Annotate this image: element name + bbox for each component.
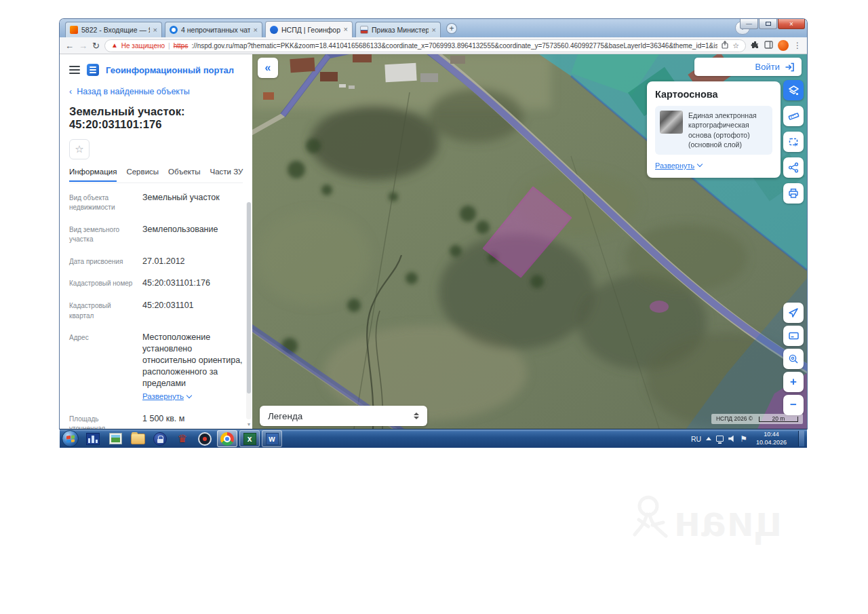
legend-bar[interactable]: Легенда	[260, 406, 427, 426]
chrome-icon	[220, 432, 234, 446]
browser-tab-3-active[interactable]: НСПД | Геоинформационный п ×	[265, 21, 353, 37]
address-expand-link[interactable]: Развернуть	[142, 391, 191, 402]
desktop-screenshot: 5822 - Входящие — Яндекс По × 4 непрочит…	[60, 19, 807, 448]
layers-edit-button[interactable]	[783, 80, 804, 100]
sidebar-collapse-button[interactable]: «	[258, 58, 278, 78]
window-controls: — ×	[739, 19, 805, 29]
clock[interactable]: 10:44 10.04.2026	[752, 431, 791, 446]
back-icon[interactable]: ←	[65, 41, 74, 50]
tab-close-icon[interactable]: ×	[344, 26, 348, 33]
favorite-star-button[interactable]: ☆	[69, 139, 90, 159]
print-button[interactable]	[783, 183, 804, 204]
taskbar-excel[interactable]: x	[239, 430, 260, 447]
basemap-expand-link[interactable]: Развернуть	[655, 161, 702, 170]
basemap-title: Картооснова	[655, 89, 772, 100]
field-value: 27.01.2012	[142, 256, 243, 267]
taskbar-explorer[interactable]	[127, 430, 148, 447]
address-bar[interactable]: ▲ Не защищено | https ://nspd.gov.ru/map…	[104, 39, 746, 52]
share-icon	[788, 162, 799, 173]
taskbar-word[interactable]: w	[262, 430, 282, 447]
expand-label: Развернуть	[142, 391, 184, 402]
crown-app-icon: ♛	[178, 434, 187, 444]
parcel-info-sidebar: Геоинформационный портал ‹ Назад в найде…	[60, 54, 252, 429]
map-tools-top	[783, 80, 804, 204]
search-coordinates-button[interactable]	[783, 349, 804, 369]
tab-objects[interactable]: Объекты	[168, 168, 200, 182]
menu-hamburger-icon[interactable]	[69, 66, 80, 74]
login-arrow-icon	[785, 62, 795, 72]
expand-collapse-icon	[414, 412, 419, 419]
scrollbar-down-arrow[interactable]: ▼	[245, 421, 252, 429]
field-label: Кадастровый квартал	[69, 300, 134, 321]
taskbar-image-app[interactable]	[105, 430, 125, 447]
tab-title: Приказ Министерства строите	[372, 26, 429, 34]
field-value: 45:20:031101:176	[142, 277, 243, 289]
forward-icon[interactable]: →	[79, 41, 87, 50]
hidden-icons-arrow[interactable]	[706, 437, 711, 440]
security-warning-text: Не защищено	[121, 42, 165, 50]
tab-parcel-parts[interactable]: Части ЗУ	[210, 168, 243, 182]
field-value: Местоположение установлено относительно …	[142, 332, 243, 402]
tab-title: 4 непрочитанных чата	[181, 26, 250, 34]
tray-date: 10.04.2026	[756, 439, 787, 446]
new-tab-button[interactable]: +	[446, 23, 457, 34]
tab-close-icon[interactable]: ×	[254, 26, 258, 34]
extensions-puzzle-icon[interactable]	[751, 41, 760, 51]
field-label: Дата присвоения	[69, 256, 134, 267]
zoom-in-button[interactable]: +	[783, 372, 804, 392]
taskbar-lock-app[interactable]	[150, 430, 170, 447]
address-text: Местоположение установлено относительно …	[142, 332, 243, 388]
browser-tab-2[interactable]: 4 непрочитанных чата ×	[165, 22, 262, 37]
share-map-button[interactable]	[783, 157, 804, 178]
map-viewport[interactable]: « Войти Картооснова Единая э	[252, 54, 807, 429]
legend-label: Легенда	[268, 411, 302, 421]
show-desktop-button[interactable]	[798, 431, 804, 446]
tab-close-icon[interactable]: ×	[432, 26, 436, 34]
tab-close-icon[interactable]: ×	[153, 26, 157, 34]
taskbar-crown-app[interactable]: ♛	[172, 430, 193, 447]
bookmark-star-icon[interactable]: ☆	[732, 41, 739, 50]
side-panel-icon[interactable]	[764, 41, 773, 50]
basemap-panel: Картооснова Единая электронная картограф…	[647, 81, 781, 178]
browser-tab-1[interactable]: 5822 - Входящие — Яндекс По ×	[65, 22, 162, 37]
restore-button[interactable]	[759, 19, 777, 29]
taskbar-chrome[interactable]	[217, 430, 237, 447]
share-icon[interactable]	[721, 41, 729, 50]
chat-favicon	[170, 26, 178, 34]
browser-tab-4[interactable]: Приказ Министерства строите ×	[355, 22, 441, 37]
minimize-button[interactable]: —	[740, 19, 758, 29]
back-to-results-link[interactable]: ‹ Назад в найденные объекты	[69, 87, 243, 96]
chevron-down-icon	[186, 393, 192, 398]
map-attribution: НСПД 2026 © 20 m	[711, 414, 803, 424]
geolocation-icon	[788, 307, 799, 318]
minimap-button[interactable]	[783, 326, 804, 346]
field-label: Кадастровый номер	[69, 277, 134, 289]
profile-avatar[interactable]	[778, 40, 789, 51]
measure-ruler-button[interactable]	[783, 106, 804, 126]
area-select-button[interactable]	[783, 132, 804, 152]
language-indicator[interactable]: RU	[691, 435, 701, 443]
tab-information[interactable]: Информация	[69, 168, 117, 182]
sidebar-scrollbar[interactable]	[246, 202, 252, 419]
tab-services[interactable]: Сервисы	[126, 168, 159, 182]
start-button[interactable]	[62, 430, 79, 447]
taskbar-chart-app[interactable]	[83, 430, 103, 447]
action-center-flag-icon[interactable]: ⚑	[740, 435, 747, 443]
folder-icon	[131, 434, 145, 444]
volume-icon[interactable]	[728, 436, 735, 442]
windows-taskbar: ♛ x w RU ⚑ 10:44 10.04.2026	[60, 429, 807, 448]
reload-icon[interactable]: ↻	[92, 41, 100, 50]
taskbar-recorder-app[interactable]	[195, 430, 215, 447]
browser-tabstrip: 5822 - Входящие — Яндекс По × 4 непрочит…	[60, 19, 807, 37]
login-button[interactable]: Войти	[694, 58, 802, 76]
chevron-down-icon	[697, 161, 703, 167]
browser-menu-icon[interactable]: ⋮	[793, 41, 802, 50]
close-button[interactable]: ×	[778, 19, 805, 29]
network-icon[interactable]	[716, 436, 724, 442]
basemap-layer-item[interactable]: Единая электронная картографическая осно…	[655, 106, 772, 155]
layers-edit-icon	[788, 85, 800, 96]
scrollbar-thumb[interactable]	[247, 202, 251, 394]
zoom-out-button[interactable]: −	[783, 395, 804, 415]
geolocation-button[interactable]	[783, 303, 804, 323]
expand-label: Развернуть	[655, 161, 694, 170]
